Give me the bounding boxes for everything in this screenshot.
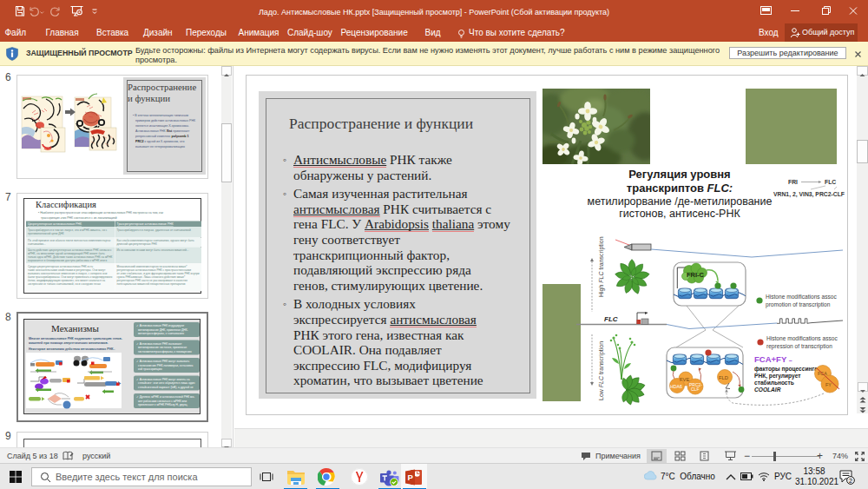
svg-text:2: 2 (849, 478, 852, 484)
svg-text:метилтрансферазы, к считыванию: метилтрансферазы, к считыванию (138, 332, 184, 335)
svg-text:FRI: FRI (788, 179, 798, 185)
svg-text:противоположной цепи ДНК: противоположной цепи ДНК (28, 232, 64, 235)
svg-text:• Наиболее распространенные к: • Наиболее распространенные классификаци… (38, 211, 164, 215)
svg-text:Histone modifications assoc: Histone modifications assoc (766, 294, 837, 300)
svg-text:High FLC transcription: High FLC transcription (598, 236, 605, 297)
svg-text:Histone modifications assoc: Histone modifications assoc (766, 335, 838, 341)
svg-text:длинной цисрегуляторных РНК: длинной цисрегуляторных РНК (117, 242, 157, 246)
svg-text:FLC: FLC (604, 315, 618, 323)
svg-text:мишеней при помощи энергетичес: мишеней при помощи энергетических механи… (29, 341, 108, 345)
svg-text:✓ Дуплекс мРНК и антисмысловой: ✓ Дуплекс мРНК и антисмысловой РНК мо- (136, 395, 194, 399)
svg-text:потенциальных мишеней лекарств: потенциальных мишеней лекарственных преп… (117, 282, 186, 286)
svg-text:примером действия антисмысловы: примером действия антисмысловых РНК (135, 119, 196, 122)
svg-text:Транскрибируются в локусах, уд: Транскрибируются в локусах, удаленных от… (117, 228, 191, 232)
svg-text:HDA6: HDA6 (670, 384, 682, 389)
svg-text:FY: FY (825, 382, 832, 387)
svg-text:✓ Антисмысловые РНК могут вызы: ✓ Антисмысловые РНК могут вызывать (136, 360, 189, 363)
svg-text:стабильность: стабильность (754, 380, 794, 386)
svg-text:FRI-C: FRI-C (687, 271, 705, 279)
svg-text:экспрессии не только считываем: экспрессии не только считываемой, но и с… (28, 282, 101, 286)
svg-text:жет рибосами связаться с мРНК: жет рибосами связаться с мРНК или (138, 400, 187, 403)
svg-text:гистонметилтрансферазы, к похи: гистонметилтрансферазы, к похищению (138, 350, 192, 354)
svg-text:Многие антисмысловые РНК подав: Многие антисмысловые РНК подавляют транс… (29, 337, 123, 340)
svg-text:Распространение: Распространение (128, 82, 196, 92)
svg-text:repression of transcription: repression of transcription (766, 343, 832, 350)
svg-text:репрессивный комплекс polycomb: репрессивный комплекс polycomb 1 (135, 135, 189, 138)
svg-text:привлекают к мРНК РНКазу Н, дв: привлекают к мРНК РНКазу Н, двухц. (138, 403, 187, 406)
svg-text:факторы процессинга: факторы процессинга (754, 366, 818, 373)
svg-text:транскрипция этих РНК соотноси: транскрипция этих РНК соотносится с их л… (41, 216, 117, 220)
svg-text:вызывает ее гетерохроматизацию: вызывает ее гетерохроматизацию (135, 145, 185, 149)
svg-text:CLF: CLF (691, 387, 699, 392)
svg-text:Антисмысловая РНК Xist привлек: Антисмысловая РНК Xist привлекает (135, 129, 190, 133)
svg-text:РНК, регулирует: РНК, регулирует (754, 373, 801, 380)
svg-text:столкновение РНК-полимераз, ос: столкновение РНК-полимераз, остановка (138, 364, 194, 367)
svg-text:и функции: и функции (128, 93, 170, 103)
svg-text:FCA+FY –: FCA+FY – (754, 354, 792, 364)
svg-text:Цисрегуляторные антисмысловые: Цисрегуляторные антисмысловые РНК (28, 222, 82, 226)
svg-text:кой транскрипцию: кой транскрипцию (138, 367, 162, 371)
svg-text:Low FLC transcription: Low FLC transcription (598, 341, 605, 400)
svg-text:✓ Антисмысловые РНК вызывают: ✓ Антисмысловые РНК вызывают (136, 342, 182, 346)
svg-text:Классификация: Классификация (36, 200, 96, 209)
svg-text:✓ Антисмысловые РНК индуцируют: ✓ Антисмысловые РНК индуцируют (136, 324, 185, 327)
svg-text:выражается в блокировании дост: выражается в блокировании доступа рибосо… (28, 259, 108, 262)
svg-text:Их основными генами могут быть: Их основными генами могут быть несколько… (117, 248, 189, 252)
svg-text:сплайсинговый вариант (IкB), а: сплайсинговый вариант (IкB), а другой не (138, 386, 194, 389)
svg-text:Трансрегуляторные антисмысловы: Трансрегуляторные антисмысловые РНК (117, 222, 174, 226)
svg-text:метилирование ДНК, привлекая Д: метилирование ДНК, привлекая ДНК- (138, 328, 188, 332)
svg-text:P: P (408, 472, 414, 482)
svg-text:Механизмы: Механизмы (51, 323, 100, 334)
svg-text:✓ Антисмысловые РНК могут влия: ✓ Антисмысловые РНК могут влиять на (136, 378, 190, 381)
svg-text:Некоторые механизмы действия а: Некоторые механизмы действия антисмыслов… (29, 347, 115, 351)
svg-text:FLD: FLD (719, 375, 728, 380)
svg-text:является инактивация Х-хромосо: является инактивация Х-хромосомы. (135, 124, 189, 128)
svg-text:• В клетках млекопитающих типи: • В клетках млекопитающих типичным (133, 114, 189, 117)
svg-text:считываемо...: считываемо... (28, 242, 46, 246)
svg-text:PRC2 к одной из Х-хромосом, чт: PRC2 к одной из Х-хромосом, что (135, 140, 184, 143)
svg-text:сплайсинг: они чего образуется: сплайсинг: они чего образуется лишь один (138, 381, 195, 385)
svg-text:метилирование гистонов, привле: метилирование гистонов, привлекая (138, 346, 187, 349)
svg-text:VRN1, 2, VIN3, PRC2-CLF: VRN1, 2, VIN3, PRC2-CLF (773, 191, 845, 198)
svg-text:COOLAIR: COOLAIR (754, 387, 781, 393)
svg-text:FVE: FVE (680, 377, 689, 382)
svg-text:Транскрибируются в том же локу: Транскрибируются в том же локусе, что и … (28, 228, 108, 232)
svg-text:FLC: FLC (825, 179, 836, 185)
svg-text:promotion of transcription: promotion of transcription (766, 301, 831, 308)
